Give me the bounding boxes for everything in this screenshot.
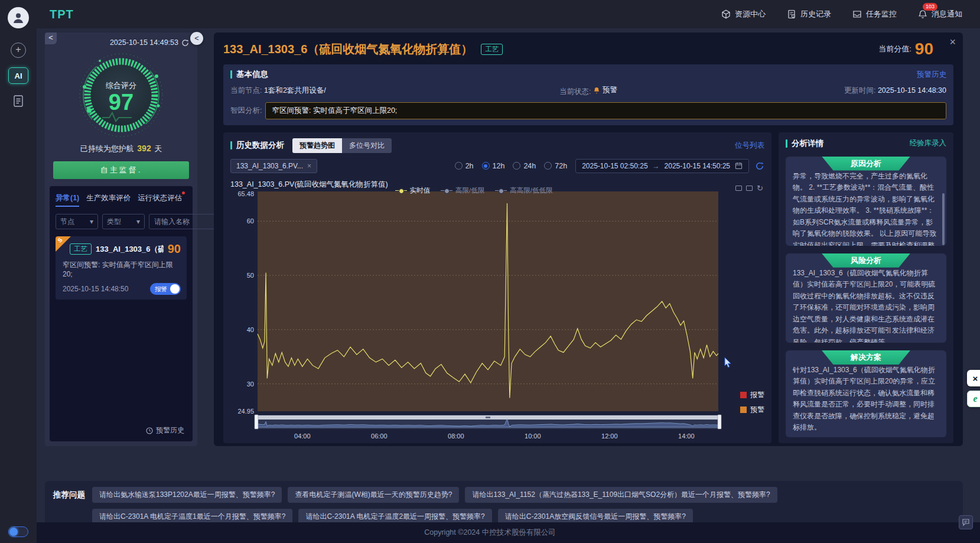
- alarm-swatch: [740, 392, 747, 398]
- tab-label: 运行状态评估: [138, 194, 182, 202]
- guard-days: 392: [136, 144, 152, 153]
- alarm-list-item[interactable]: S 工艺 133_AI_1303_6（硫回收... 90 窄区间预警: 实时值高…: [56, 236, 187, 300]
- gauge-score: 97: [109, 90, 134, 115]
- legend-hihi-lolo[interactable]: 高高限/低低限: [495, 186, 552, 195]
- collapse-panel-button[interactable]: <: [190, 32, 203, 45]
- type-select-placeholder: 类型: [107, 217, 121, 227]
- tab-multi-tag[interactable]: 多位号对比: [342, 138, 392, 153]
- trend-chart[interactable]: 3040506065.4824.95mg/m304:0006:0008:0010…: [230, 189, 764, 447]
- tag-chip[interactable]: 133_AI_1303_6.PV... ×: [230, 159, 317, 173]
- self-supervise-button[interactable]: 自主监督.: [53, 161, 189, 179]
- radio-label: 24h: [523, 162, 536, 170]
- radio-label: 72h: [555, 162, 567, 170]
- chip-remove-icon[interactable]: ×: [307, 162, 311, 170]
- notification-badge: 103: [923, 3, 937, 11]
- experience-entry-link[interactable]: 经验库录入: [910, 138, 947, 148]
- range-72h[interactable]: 72h: [544, 162, 567, 170]
- solution-text: 针对133_AI_1303_6（硫回收烟气氮氧化物折算值）实时值高于窄区间上限2…: [793, 365, 939, 434]
- suggestion-chip[interactable]: 请给出氨水输送泵133P1202A最近一周报警、预警频率?: [92, 487, 282, 503]
- new-session-button[interactable]: +: [11, 43, 26, 58]
- solution-card: 解决方案 针对133_AI_1303_6（硫回收烟气氮氧化物折算值）实时值高于窄…: [786, 350, 946, 437]
- tab-abnormal[interactable]: 异常(1): [56, 193, 79, 207]
- feedback-button[interactable]: [959, 515, 973, 529]
- status-value: 预警: [603, 85, 617, 95]
- user-avatar[interactable]: [8, 7, 29, 28]
- svg-text:60: 60: [247, 217, 254, 225]
- basic-info-title: 基本信息: [236, 69, 268, 80]
- gauge-label: 综合评分: [106, 81, 136, 90]
- nav-resource-center[interactable]: 资源中心: [721, 9, 766, 19]
- node-label: 当前节点:: [230, 86, 262, 95]
- tag-list-link[interactable]: 位号列表: [735, 141, 764, 151]
- alarm-desc: 窄区间预警: 实时值高于窄区间上限20;: [63, 260, 181, 278]
- score-gauge: 综合评分 97: [45, 48, 197, 142]
- type-select[interactable]: 类型 ▾: [102, 214, 145, 229]
- alert-history-link[interactable]: 预警历史: [917, 70, 946, 80]
- legend-label: 报警: [750, 390, 764, 400]
- app-root: TPT 资源中心 历史记录 任务监控 103 消息通知: [0, 0, 980, 543]
- radio-icon: [482, 162, 490, 170]
- update-value: 2025-10-15 14:48:30: [878, 86, 946, 95]
- alarm-toggle[interactable]: 报警: [150, 283, 181, 295]
- refresh-icon[interactable]: [181, 39, 189, 47]
- detail-modal: × 133_AI_1303_6（硫回收烟气氮氧化物折算值） 工艺 当前分值: 9…: [214, 32, 963, 446]
- cube-icon: [721, 9, 731, 19]
- section-accent-bar: [230, 70, 232, 79]
- svg-text:12:00: 12:00: [601, 433, 618, 440]
- nav-label: 任务监控: [866, 9, 897, 19]
- current-score: 当前分值: 90: [878, 40, 933, 58]
- clock-icon: [146, 427, 153, 434]
- svg-text:30: 30: [247, 380, 254, 387]
- toggle-knob: [170, 284, 180, 294]
- collapse-left-icon[interactable]: <: [45, 32, 57, 44]
- ai-analysis-value: 窄区间预警: 实时值高于窄区间上限20;: [265, 102, 946, 119]
- tab-run-status[interactable]: 运行状态评估: [138, 193, 182, 207]
- legend-hi-lo[interactable]: 高限/低限: [441, 186, 484, 195]
- panel-timestamp-row: 2025-10-15 14:49:53: [45, 32, 197, 47]
- radio-icon: [455, 162, 463, 170]
- chart-side-legend: 报警 预警: [740, 390, 764, 415]
- range-2h[interactable]: 2h: [455, 162, 474, 170]
- ai-assistant-button[interactable]: AI: [8, 67, 28, 84]
- warning-swatch: [740, 407, 747, 413]
- legend-label: 高高限/低低限: [510, 186, 552, 195]
- range-12h[interactable]: 12h: [482, 162, 505, 170]
- nav-notifications[interactable]: 103 消息通知: [918, 9, 962, 19]
- craft-tag: 工艺: [481, 44, 503, 55]
- alert-bell-icon: [593, 87, 600, 94]
- tab-trend-chart[interactable]: 预警趋势图: [292, 138, 342, 153]
- scrollbar-thumb[interactable]: [942, 193, 945, 245]
- history-section-title: 历史数据分析: [236, 140, 284, 151]
- suggestions-label: 推荐问题: [53, 487, 85, 525]
- doc-panel-button[interactable]: [12, 95, 24, 110]
- widget-close-button[interactable]: ×: [967, 370, 980, 386]
- nav-task-monitor[interactable]: 任务监控: [852, 9, 897, 19]
- widget-ext-button[interactable]: e: [967, 391, 980, 407]
- nav-history[interactable]: 历史记录: [787, 9, 831, 19]
- chart-refresh-button[interactable]: [755, 161, 764, 171]
- node-select[interactable]: 节点 ▾: [56, 214, 98, 229]
- status-label: 当前状态:: [559, 87, 591, 96]
- theme-toggle[interactable]: [8, 526, 28, 537]
- suggestion-chip[interactable]: 查看电机定子测温(W相)最近一天的预警历史趋势?: [288, 487, 459, 503]
- chart-mode-tabs: 预警趋势图 多位号对比: [292, 138, 392, 153]
- suggestion-chip[interactable]: 请给出133_AI_1152（蒸汽过热器133_E_1109出口烟气SO2分析）…: [465, 487, 777, 503]
- restore-icon[interactable]: ↻: [757, 186, 763, 191]
- footer: Copyright ©2024 中控技术股份有限公司: [0, 522, 980, 543]
- topbar: TPT 资源中心 历史记录 任务监控 103 消息通知: [0, 0, 980, 28]
- data-view-icon[interactable]: [746, 186, 753, 191]
- date-range-picker[interactable]: 2025-10-15 02:50:25 → 2025-10-15 14:50:2…: [575, 159, 749, 173]
- range-24h[interactable]: 24h: [513, 162, 536, 170]
- legend-label: 实时值: [410, 186, 431, 195]
- radio-label: 2h: [465, 162, 474, 170]
- close-icon[interactable]: ×: [949, 37, 956, 47]
- update-time-field: 更新时间: 2025-10-15 14:48:30: [617, 86, 946, 96]
- legend-warning: 预警: [740, 405, 764, 415]
- legend-realtime[interactable]: 实时值: [395, 186, 431, 195]
- alert-history-link[interactable]: 预警历史: [56, 422, 187, 437]
- tab-efficiency[interactable]: 生产效率评价: [86, 193, 131, 207]
- guard-prefix: 已持续为您护航: [80, 144, 134, 153]
- cause-analysis-ribbon: 原因分析: [822, 157, 910, 171]
- tag-chip-label: 133_AI_1303_6.PV...: [236, 162, 303, 170]
- save-image-icon[interactable]: [735, 186, 742, 191]
